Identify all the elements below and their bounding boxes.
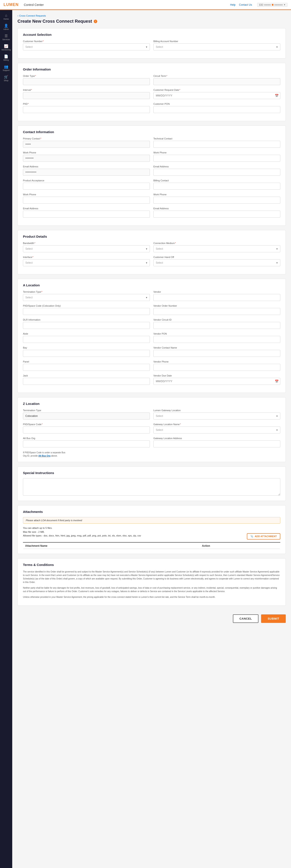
terms-conditions-section: Terms & Conditions The service identifie… — [18, 558, 286, 606]
info-icon[interactable]: i — [94, 20, 97, 23]
aloc-bay-input[interactable] — [23, 350, 150, 357]
bandwidth-select[interactable]: Select — [23, 245, 150, 252]
customer-number-select[interactable]: Select — [23, 43, 150, 51]
billing-account-select[interactable]: Select — [153, 43, 280, 51]
aloc-jack-field: Jack — [23, 374, 150, 385]
chevron-down-icon[interactable]: ▼ — [284, 4, 286, 6]
customer-request-date-input[interactable] — [153, 92, 280, 99]
support-icon: 👥 — [4, 65, 8, 69]
aloc-panel-input[interactable] — [23, 364, 150, 371]
customer-pon-label: Customer PON — [153, 102, 280, 105]
aloc-vendor-input[interactable] — [153, 294, 280, 301]
contact-row-2: Work Phone Work Phone — [23, 151, 280, 162]
interface-select[interactable]: Select — [23, 259, 150, 266]
aloc-row-4: Aisle Vendor PON — [23, 332, 280, 343]
product-email-label: Email Address — [23, 207, 150, 210]
account-selection-title: Account Selection — [23, 33, 280, 36]
technical-contact-input[interactable] — [153, 141, 280, 148]
sidebar-item-support[interactable]: 👥 Support — [0, 63, 12, 73]
aloc-piid-input[interactable] — [23, 308, 150, 315]
customer-pon-input[interactable] — [153, 106, 280, 113]
aloc-bay-field: Bay — [23, 346, 150, 357]
aloc-vendor-due-date-input[interactable] — [153, 378, 280, 385]
user-dots: •••••••••• — [274, 3, 283, 6]
cancel-button[interactable]: CANCEL — [233, 614, 258, 623]
primary-work-phone-label: Work Phone — [23, 151, 150, 154]
add-attachment-button[interactable]: 📎 ADD ATTACHMENT — [247, 533, 280, 539]
billing-contact-label: Billing Contact — [153, 179, 280, 182]
aloc-vendor-label: Vendor — [153, 290, 280, 293]
nav-links: Help Contact Us EID •••••••• •••••••••• … — [230, 3, 288, 7]
aloc-vendor-contact-field: Vendor Contact Name — [153, 346, 280, 357]
aloc-row-7: Jack Vendor Due Date 📅 — [23, 374, 280, 385]
interface-select-wrap: Select ▼ — [23, 259, 150, 266]
help-link[interactable]: Help — [230, 3, 235, 6]
attachment-row: You can attach up to 5 files. Max file s… — [23, 526, 280, 539]
technical-email-input[interactable] — [153, 169, 280, 176]
connection-medium-select[interactable]: Select — [153, 245, 280, 252]
zloc-gateway-address-field: Gateway Location Address — [153, 437, 280, 447]
alt-bus-org-link[interactable]: Alt Bus Org — [38, 455, 51, 457]
sidebar-item-label: Support — [3, 69, 10, 71]
aloc-vendor-pon-input[interactable] — [153, 336, 280, 343]
product-email-input[interactable] — [23, 211, 150, 218]
special-instructions-textarea[interactable] — [23, 478, 280, 496]
primary-email-input[interactable] — [23, 169, 150, 176]
aloc-vendor-circuit-input[interactable] — [153, 322, 280, 329]
sidebar-item-services[interactable]: ☰ Services — [0, 32, 12, 42]
top-nav: LUMEN Control Center Help Contact Us EID… — [0, 0, 291, 10]
primary-contact-input[interactable] — [23, 141, 150, 148]
sidebar-item-label: Monitoring — [2, 49, 11, 51]
circuit-term-input[interactable]: Month to Month — [153, 78, 280, 85]
zloc-row-2: PIID/Space Code* Gateway Location Name* … — [23, 423, 280, 433]
attachment-info: You can attach up to 5 files. Max file s… — [23, 526, 141, 538]
attachment-name-header: Attachment Name — [23, 543, 200, 549]
logo: LUMEN — [3, 2, 19, 7]
aloc-vendor-phone-input[interactable] — [153, 364, 280, 371]
billing-work-phone-input[interactable] — [153, 197, 280, 204]
zloc-gateway-address-input[interactable] — [153, 440, 280, 447]
primary-contact-field: Primary Contact* — [23, 137, 150, 148]
interval-input[interactable]: Standard — [23, 92, 150, 99]
primary-email-label: Email Address — [23, 165, 150, 168]
product-email-field: Email Address — [23, 207, 150, 218]
zloc-gateway-address-label: Gateway Location Address — [153, 437, 280, 440]
sidebar: ⌂ Home 👤 Admin ☰ Services 📈 Monitoring 📄… — [0, 10, 12, 868]
breadcrumb-parent[interactable]: Cross Connect Requests — [19, 14, 46, 17]
order-type-input[interactable]: Install — [23, 78, 150, 85]
aloc-piid-label: PIID/Space Code (Colocation Only) — [23, 305, 150, 307]
sidebar-item-shop[interactable]: 🛒 Shop — [0, 73, 12, 83]
billing-email-input[interactable] — [153, 211, 280, 218]
sidebar-item-monitoring[interactable]: 📈 Monitoring — [0, 42, 12, 53]
contact-link[interactable]: Contact Us — [239, 3, 252, 6]
zloc-gateway-name-select[interactable]: Select — [153, 427, 280, 433]
aloc-vendor-pon-field: Vendor PON — [153, 332, 280, 343]
piid-input[interactable] — [23, 106, 150, 113]
product-work-phone-input[interactable] — [23, 197, 150, 204]
technical-work-phone-input[interactable] — [153, 155, 280, 162]
primary-work-phone-input[interactable] — [23, 155, 150, 162]
sidebar-item-admin[interactable]: 👤 Admin — [0, 22, 12, 32]
aloc-termination-type-select[interactable]: Select — [23, 294, 150, 301]
customer-handoff-select[interactable]: Select — [153, 259, 280, 266]
aloc-termination-type-field: Termination Type* Select ▼ — [23, 290, 150, 301]
aloc-vendor-order-input[interactable] — [153, 308, 280, 315]
connection-medium-select-wrap: Select ▼ — [153, 245, 280, 252]
aloc-vendor-contact-input[interactable] — [153, 350, 280, 357]
sidebar-item-billing[interactable]: 📄 Billing — [0, 53, 12, 63]
billing-contact-input[interactable] — [153, 183, 280, 190]
submit-button[interactable]: SUBMIT — [261, 614, 286, 623]
product-details-section: Product Details Bandwidth* Select ▼ Conn… — [18, 230, 286, 274]
aloc-dlr-input[interactable] — [23, 322, 150, 329]
zloc-alt-bus-input[interactable] — [23, 440, 150, 447]
aloc-aisle-input[interactable] — [23, 336, 150, 343]
sidebar-item-home[interactable]: ⌂ Home — [0, 12, 12, 22]
technical-contact-field: Technical Contact — [153, 137, 280, 148]
zloc-gateway-location-select[interactable]: Select — [153, 412, 280, 420]
technical-email-field: Email Address — [153, 165, 280, 176]
aloc-jack-input[interactable] — [23, 378, 150, 385]
zloc-gateway-name-label: Gateway Location Name* — [153, 423, 280, 426]
order-row-1: Order Type* Install Circuit Term* Month … — [23, 75, 280, 85]
zloc-piid-input[interactable] — [23, 427, 150, 433]
product-acceptance-input[interactable] — [23, 183, 150, 190]
